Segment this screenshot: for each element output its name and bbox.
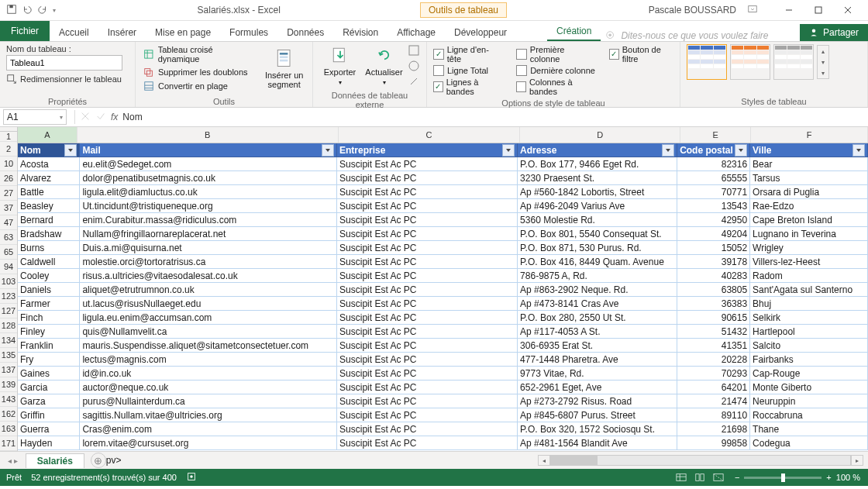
table-cell[interactable]: Suscipit Est Ac PC — [337, 227, 518, 241]
table-cell[interactable]: Thane — [750, 422, 868, 436]
row-header[interactable]: 26 — [0, 171, 17, 186]
name-box[interactable]: A1▾ — [3, 109, 67, 125]
table-cell[interactable]: P.O. Box 320, 1572 Sociosqu St. — [518, 422, 677, 436]
row-header[interactable]: 171 — [0, 436, 17, 451]
table-cell[interactable]: Suscipit Est Ac PC — [337, 283, 518, 297]
table-cell[interactable]: molestie.orci@tortoratrisus.ca — [80, 255, 337, 269]
table-cell[interactable]: 99858 — [677, 436, 750, 450]
row-header[interactable]: 47 — [0, 215, 17, 230]
table-cell[interactable]: Cras@enim.com — [80, 422, 337, 436]
table-cell[interactable]: Burns — [18, 241, 80, 255]
checkbox-banded-rows[interactable]: Lignes à bandes — [433, 77, 502, 97]
qat-dropdown-icon[interactable]: ▾ — [53, 7, 56, 14]
table-cell[interactable]: Beasley — [18, 199, 80, 213]
cancel-icon[interactable] — [80, 111, 91, 124]
row-header[interactable]: 27 — [0, 186, 17, 201]
col-header[interactable]: C — [339, 127, 521, 143]
table-cell[interactable]: ligula.elit@diamluctus.co.uk — [80, 185, 337, 199]
table-cell[interactable]: 82316 — [677, 157, 750, 171]
table-cell[interactable]: Bernard — [18, 213, 80, 227]
table-cell[interactable]: id@in.co.uk — [80, 367, 337, 381]
table-cell[interactable]: 786-9875 A, Rd. — [518, 269, 677, 283]
table-cell[interactable]: Tarsus — [750, 171, 868, 185]
table-cell[interactable]: 21698 — [677, 422, 750, 436]
row-header[interactable]: 143 — [0, 392, 17, 407]
table-cell[interactable]: 65555 — [677, 171, 750, 185]
redo-icon[interactable] — [37, 4, 48, 17]
table-cell[interactable]: enim.Curabitur.massa@ridiculus.com — [80, 213, 337, 227]
row-header[interactable]: 139 — [0, 377, 17, 392]
table-cell[interactable]: Monte Giberto — [750, 381, 868, 394]
row-header[interactable]: 128 — [0, 319, 17, 333]
row-header[interactable]: 1 — [0, 132, 17, 142]
checkbox-header-row[interactable]: Ligne d'en-tête — [433, 44, 502, 64]
table-cell[interactable]: Villers-lez-Heest — [750, 255, 868, 269]
export-button[interactable]: Exporter▾ — [319, 44, 360, 88]
table-cell[interactable]: Finley — [18, 325, 80, 339]
table-cell[interactable]: Bear — [750, 157, 868, 171]
table-cell[interactable]: 89110 — [677, 408, 750, 422]
table-cell[interactable]: P.O. Box 871, 530 Purus. Rd. — [518, 241, 677, 255]
row-header[interactable]: 94 — [0, 260, 17, 274]
table-cell[interactable]: P.O. Box 416, 8449 Quam. Avenue — [518, 255, 677, 269]
table-cell[interactable]: Suscipit Est Ac PC — [337, 199, 518, 213]
tab-inserer[interactable]: Insérer — [98, 24, 146, 41]
table-cell[interactable]: auctor@neque.co.uk — [80, 381, 337, 394]
table-cell[interactable]: Suscipit Est Ac PC — [337, 171, 518, 185]
tab-revision[interactable]: Révision — [333, 24, 388, 41]
table-cell[interactable]: Ap #845-6807 Purus. Street — [518, 408, 677, 422]
row-header[interactable]: 65 — [0, 245, 17, 260]
table-cell[interactable]: 49204 — [677, 227, 750, 241]
table-cell[interactable]: Caldwell — [18, 255, 80, 269]
table-cell[interactable]: ut.lacus@risusNullaeget.edu — [80, 297, 337, 311]
table-cell[interactable]: Suscipit Est Ac PC — [337, 297, 518, 311]
row-header[interactable]: 63 — [0, 230, 17, 245]
table-cell[interactable]: Suscipit Est Ac PC — [337, 422, 518, 436]
save-icon[interactable] — [6, 4, 17, 17]
table-cell[interactable]: Suscipit Est Ac PC — [337, 255, 518, 269]
table-style-2[interactable] — [730, 44, 770, 80]
table-styles-more-button[interactable]: ▴▾▾ — [817, 45, 829, 79]
table-cell[interactable]: Daniels — [18, 283, 80, 297]
zoom-in-icon[interactable]: + — [826, 473, 831, 482]
table-cell[interactable]: Garza — [18, 394, 80, 408]
horizontal-scrollbar[interactable]: ◂▸ — [538, 455, 863, 466]
checkbox-first-col[interactable]: Première colonne — [516, 44, 595, 64]
table-cell[interactable]: Suscipit Est Ac PC — [337, 436, 518, 450]
table-cell[interactable]: Ap #473-8141 Cras Ave — [518, 297, 677, 311]
table-cell[interactable]: Ap #496-2049 Varius Ave — [518, 199, 677, 213]
tab-mise-en-page[interactable]: Mise en page — [146, 24, 220, 41]
checkbox-filter-button[interactable]: Bouton de filtre — [609, 44, 673, 64]
table-cell[interactable]: Salcito — [750, 339, 868, 353]
table-cell[interactable]: Roccabruna — [750, 408, 868, 422]
checkbox-banded-cols[interactable]: Colonnes à bandes — [516, 77, 595, 97]
table-cell[interactable]: 36383 — [677, 297, 750, 311]
minimize-button[interactable] — [775, 2, 803, 18]
checkbox-last-col[interactable]: Dernière colonne — [516, 64, 595, 77]
table-cell[interactable]: 42950 — [677, 213, 750, 227]
table-cell[interactable]: Ap #481-1564 Blandit Ave — [518, 436, 677, 450]
file-tab[interactable]: Fichier — [0, 21, 50, 41]
table-cell[interactable]: Suscipit Est Ac PC — [337, 311, 518, 325]
table-cell[interactable]: Ap #863-2902 Neque. Rd. — [518, 283, 677, 297]
table-cell[interactable]: P.O. Box 280, 2550 Ut St. — [518, 311, 677, 325]
sheet-tab-salaries[interactable]: Salariés — [26, 453, 84, 468]
row-header[interactable]: 37 — [0, 201, 17, 215]
table-cell[interactable]: Suscipit Est Ac PC — [337, 381, 518, 394]
tab-donnees[interactable]: Données — [277, 24, 333, 41]
table-cell[interactable]: Battle — [18, 185, 80, 199]
open-browser-icon[interactable] — [408, 60, 420, 74]
table-header-cell[interactable]: Ville — [750, 143, 868, 157]
tab-formules[interactable]: Formules — [220, 24, 277, 41]
table-cell[interactable]: Griffin — [18, 408, 80, 422]
filter-dropdown-icon[interactable] — [662, 144, 674, 157]
col-header[interactable]: A — [18, 127, 78, 143]
table-style-3[interactable] — [773, 44, 814, 80]
view-page-layout-icon[interactable] — [691, 471, 708, 484]
table-header-cell[interactable]: Entreprise — [337, 143, 518, 157]
zoom-out-icon[interactable]: − — [735, 473, 739, 482]
row-header[interactable]: 162 — [0, 407, 17, 422]
table-cell[interactable]: Suscipit Est Ac PC — [337, 269, 518, 283]
table-cell[interactable]: 70771 — [677, 185, 750, 199]
table-cell[interactable]: Suscipit Est Ac PC — [337, 241, 518, 255]
